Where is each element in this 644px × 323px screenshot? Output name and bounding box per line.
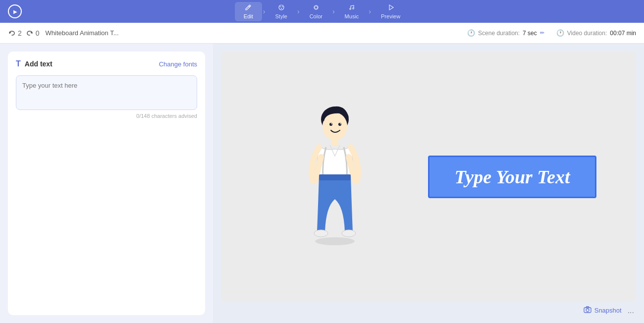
svg-point-2 (280, 6, 281, 7)
scene-duration-value: 7 sec (523, 30, 537, 37)
main-layout: T Add text Change fonts 0/148 characters… (0, 44, 644, 323)
tab-style-label: Style (275, 13, 287, 19)
snapshot-label: Snapshot (594, 307, 622, 314)
tab-edit[interactable]: Edit (235, 2, 262, 21)
text-overlay-content: Type Your Text (455, 166, 570, 188)
svg-point-18 (310, 174, 318, 184)
svg-point-4 (281, 8, 282, 9)
redo-button[interactable]: 0 (26, 29, 40, 37)
redo-count: 0 (36, 29, 40, 37)
svg-rect-20 (319, 174, 351, 180)
logo-icon[interactable] (8, 4, 22, 18)
edit-icon (245, 4, 252, 12)
text-input[interactable] (22, 82, 191, 89)
svg-point-25 (586, 309, 589, 312)
tab-color[interactable]: Color (301, 2, 331, 21)
music-icon (348, 4, 355, 12)
canvas-area: Type Your Text Snapshot ... (213, 44, 644, 323)
add-text-title: Add text (25, 60, 53, 68)
svg-point-14 (338, 123, 341, 126)
tab-preview-label: Preview (381, 13, 400, 19)
meta-info: 🕐 Scene duration: 7 sec ✏ 🕐 Video durati… (467, 29, 636, 37)
more-icon: ... (628, 306, 634, 315)
nav-sep-3: › (332, 7, 335, 15)
nav-sep-2: › (297, 7, 300, 15)
tab-color-label: Color (310, 13, 322, 19)
scene-duration-label: Scene duration: (478, 30, 520, 37)
svg-point-22 (342, 230, 356, 237)
logo-area[interactable] (8, 4, 22, 18)
tab-music-label: Music (345, 13, 359, 19)
scene-duration: 🕐 Scene duration: 7 sec ✏ (467, 29, 544, 37)
color-icon (313, 4, 320, 12)
more-options-button[interactable]: ... (628, 306, 634, 315)
char-count: 0/148 characters advised (16, 113, 197, 119)
tab-edit-label: Edit (244, 13, 253, 19)
text-input-area[interactable] (16, 75, 197, 110)
svg-rect-17 (331, 138, 338, 145)
text-overlay-box[interactable]: Type Your Text (428, 156, 596, 198)
panel-header-left: T Add text (16, 59, 53, 68)
change-fonts-link[interactable]: Change fonts (159, 60, 197, 68)
video-duration-value: 00:07 min (610, 30, 636, 37)
clock-icon: 🕐 (467, 29, 475, 37)
svg-point-16 (340, 123, 341, 124)
svg-marker-9 (9, 32, 11, 34)
undo-redo-group: 2 0 (8, 29, 40, 37)
panel-card: T Add text Change fonts 0/148 characters… (8, 52, 205, 315)
tab-preview[interactable]: Preview (372, 2, 409, 21)
svg-point-15 (331, 123, 332, 124)
left-panel: T Add text Change fonts 0/148 characters… (0, 44, 213, 323)
style-icon (278, 4, 285, 12)
svg-marker-10 (30, 32, 32, 34)
panel-header: T Add text Change fonts (16, 59, 197, 68)
svg-point-21 (314, 230, 328, 237)
tab-style[interactable]: Style (267, 2, 296, 21)
video-duration-label: Video duration: (567, 30, 607, 37)
canvas-background: Type Your Text (221, 52, 636, 302)
svg-point-19 (352, 174, 360, 184)
svg-point-1 (279, 5, 284, 10)
nav-tabs: Edit › Style › Color (235, 2, 409, 21)
top-navigation: Edit › Style › Color (0, 0, 644, 23)
video-clock-icon: 🕐 (556, 29, 564, 37)
project-title: Whiteboard Animation T... (46, 29, 467, 37)
undo-count: 2 (18, 29, 22, 37)
text-type-icon: T (16, 59, 21, 68)
character-illustration (290, 98, 379, 256)
canvas-bottom-bar: Snapshot ... (221, 302, 636, 315)
tab-music[interactable]: Music (336, 2, 368, 21)
svg-line-0 (249, 6, 250, 7)
svg-point-13 (329, 123, 332, 126)
preview-icon (387, 4, 394, 12)
svg-point-23 (315, 237, 355, 245)
svg-point-7 (352, 7, 354, 9)
video-duration: 🕐 Video duration: 00:07 min (556, 29, 636, 37)
nav-sep-1: › (263, 7, 266, 15)
svg-point-6 (349, 8, 351, 9)
canvas-wrapper: Type Your Text (221, 52, 636, 302)
secondary-bar: 2 0 Whiteboard Animation T... 🕐 Scene du… (0, 23, 644, 44)
snapshot-icon (584, 306, 591, 315)
scene-duration-edit-icon[interactable]: ✏ (540, 30, 544, 36)
svg-point-3 (282, 6, 283, 7)
nav-sep-4: › (369, 7, 371, 15)
svg-marker-8 (389, 5, 393, 10)
undo-button[interactable]: 2 (8, 29, 22, 37)
snapshot-button[interactable]: Snapshot (584, 306, 622, 315)
